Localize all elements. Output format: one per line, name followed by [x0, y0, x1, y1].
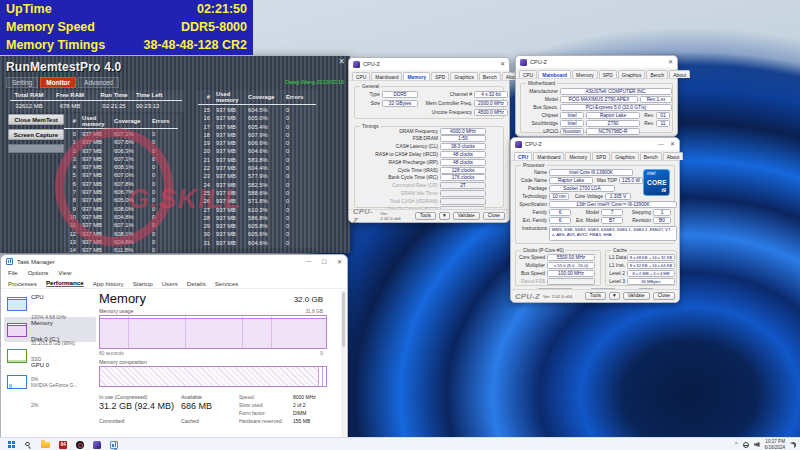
field-value: 4000.0 MHz: [440, 128, 486, 135]
cpuz-tab[interactable]: Mainboard: [371, 72, 402, 80]
memtest-row: 19 937 MB 606.6% 0: [198, 139, 316, 147]
cpuz-tab[interactable]: About: [669, 70, 690, 78]
memtest-tab[interactable]: Setting: [6, 77, 38, 88]
cpuz-tab[interactable]: CPU: [514, 152, 532, 160]
network-icon[interactable]: [743, 442, 749, 448]
memtest-table-right: # Used memory Coverage Errors 15 937 MB …: [196, 90, 318, 248]
do-not-disturb-moon-icon[interactable]: [790, 442, 796, 448]
minimize-icon[interactable]: —: [658, 138, 664, 150]
cpuz-tab[interactable]: Mainboard: [538, 70, 571, 78]
cpuz-mainboard-window: CPU-Z ✕ CPUMainboardMemorySPDGraphicsBen…: [515, 55, 678, 137]
maximize-icon[interactable]: ☐: [322, 258, 327, 265]
taskmgr-titlebar[interactable]: Task Manager — ☐ ✕: [1, 255, 347, 268]
group-label: General: [360, 84, 381, 90]
memory-composition-bar[interactable]: [99, 366, 327, 387]
cpuz-tab[interactable]: Bench: [479, 72, 501, 80]
field-label: L1 Data: [609, 255, 625, 260]
cpuz-tab[interactable]: SPD: [599, 70, 617, 78]
inuse-value: 31.2 GB (92.4 MB): [99, 401, 174, 411]
menu-item[interactable]: File: [8, 270, 18, 276]
task-manager-taskbar-icon[interactable]: [110, 441, 118, 449]
tools-dropdown-icon[interactable]: ▼: [609, 292, 620, 300]
memory-usage-graph[interactable]: [99, 315, 327, 349]
field-label: Family: [519, 210, 547, 215]
cpuz-tab[interactable]: Graphics: [450, 72, 478, 80]
tools-dropdown-icon[interactable]: ▼: [439, 212, 450, 220]
memtest-tab[interactable]: Monitor: [40, 77, 76, 88]
volume-icon[interactable]: [754, 442, 760, 447]
cpuz-tab[interactable]: About: [663, 152, 684, 160]
cpuz-tab[interactable]: CPU: [352, 72, 370, 80]
cpuz-tab[interactable]: Bench: [646, 70, 668, 78]
close-icon[interactable]: ✕: [500, 58, 505, 70]
cpuz-titlebar[interactable]: CPU-Z — ✕: [511, 138, 679, 150]
start-button-icon[interactable]: [8, 441, 15, 448]
sidebar-item-gpu[interactable]: GPU 0 NVIDIA GeForce G... 2%: [4, 369, 96, 394]
close-button[interactable]: Close: [653, 292, 675, 300]
cpuz-taskbar-icon[interactable]: [93, 441, 101, 449]
cpuz-tab[interactable]: Graphics: [611, 152, 639, 160]
file-explorer-icon[interactable]: [41, 442, 50, 449]
menu-item[interactable]: View: [58, 270, 71, 276]
disk-mini-graph: [7, 349, 27, 363]
cpuz-tab[interactable]: SPD: [592, 152, 610, 160]
tools-button[interactable]: Tools: [415, 212, 436, 220]
menu-item[interactable]: Options: [28, 270, 49, 276]
field-value: Z790: [586, 120, 640, 127]
tray-chevron-icon[interactable]: ^: [735, 442, 738, 448]
gskill-taskbar-icon[interactable]: [76, 441, 84, 449]
field-label: Max TDP: [595, 178, 617, 183]
memtest-tab[interactable]: Advanced: [78, 77, 119, 88]
taskmgr-scrollbar[interactable]: [341, 290, 346, 448]
close-memtest-button[interactable]: Close MemTest: [8, 114, 64, 125]
field-value: 48 clocks: [440, 151, 486, 158]
close-icon[interactable]: ✕: [668, 56, 673, 68]
cpuz-window-title: CPU-Z: [525, 141, 542, 147]
field-label: Southbridge: [524, 121, 558, 126]
memtest-close-icon[interactable]: ✕: [338, 57, 345, 66]
screen-capture-button[interactable]: Screen Capture: [8, 129, 64, 140]
field-label: Multiplier: [519, 263, 545, 268]
cpuz-titlebar[interactable]: CPU-Z ✕: [349, 58, 509, 70]
cpuz-tab[interactable]: Mainboard: [533, 152, 564, 160]
cpuz-titlebar[interactable]: CPU-Z ✕: [516, 56, 677, 68]
taskmgr-tab[interactable]: Users: [162, 280, 178, 287]
cpuz-tab[interactable]: Graphics: [618, 70, 646, 78]
cpuz-tab[interactable]: SPD: [431, 72, 449, 80]
cpuz-tab[interactable]: CPU: [519, 70, 537, 78]
search-icon[interactable]: [24, 441, 32, 449]
field-label: Rev.: [642, 113, 654, 118]
validate-button[interactable]: Validate: [623, 292, 650, 300]
validate-button[interactable]: Validate: [453, 212, 480, 220]
memtest-stat-value: 678 MB: [48, 103, 92, 109]
detail-value: 155 MB: [293, 418, 310, 426]
cpuz-tab[interactable]: Memory: [572, 70, 598, 78]
field-label: Total CAS# (tRDRAM): [358, 199, 438, 204]
memtest-credit: Dawg Wang 2019/02/16: [285, 79, 344, 85]
overlay-value: 02:21:50: [197, 2, 247, 16]
taskmgr-tab[interactable]: App history: [93, 280, 124, 287]
taskmgr-tab[interactable]: Details: [187, 280, 206, 287]
taskbar-clock[interactable]: 10:27 PM 6/16/2024: [765, 439, 785, 449]
close-button[interactable]: Close: [483, 212, 505, 220]
tools-button[interactable]: Tools: [585, 292, 606, 300]
field-value: 2T: [440, 182, 486, 189]
taskmgr-tab[interactable]: Services: [215, 280, 239, 287]
timing-row: FSB:DRAM 1:50: [355, 135, 503, 142]
memtest-row: 18 937 MB 607.9% 0: [198, 131, 316, 139]
field-label: Code Name: [519, 178, 547, 183]
cpuz-tab[interactable]: Memory: [565, 152, 591, 160]
minimize-icon[interactable]: —: [306, 258, 312, 265]
close-icon[interactable]: ✕: [670, 138, 675, 150]
desktop: UpTime 02:21:50 Memory Speed DDR5-8000 M…: [0, 0, 800, 450]
cpu-mini-graph: [7, 297, 27, 311]
taskmgr-tab[interactable]: Startup: [133, 280, 153, 287]
cpuz-tab[interactable]: Bench: [640, 152, 662, 160]
timing-row: DRAM Idle Timer: [355, 190, 503, 197]
memtest64-taskbar-icon[interactable]: 64: [59, 441, 67, 449]
field-label: Bus Speed: [519, 271, 545, 276]
close-icon[interactable]: ✕: [337, 258, 342, 265]
field-value: [440, 198, 486, 205]
memtest-row: 26 937 MB 571.8% 0: [198, 197, 316, 205]
cpuz-tab[interactable]: Memory: [403, 72, 430, 80]
